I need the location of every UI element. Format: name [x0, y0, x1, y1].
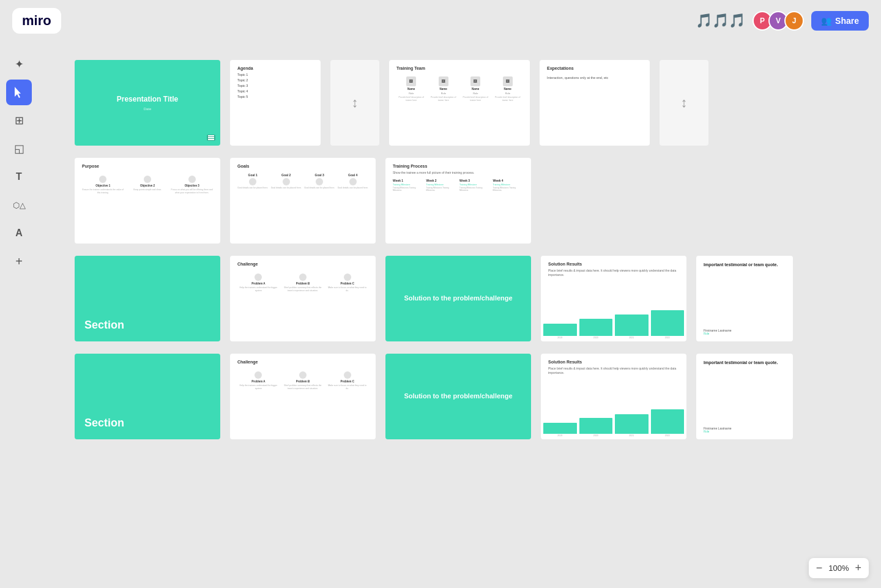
agenda-item-4: Topic 4 — [237, 89, 313, 93]
slide-testimonial-1[interactable]: Important testimonial or team quote. Fir… — [696, 256, 793, 341]
objective-3: Objective 3 Focus on what you will be of… — [171, 176, 213, 194]
team-avatar-2: 🖼 — [439, 76, 448, 86]
testimonial-2-role: Role — [704, 430, 786, 433]
bar2-2022: 2022 — [651, 409, 685, 437]
section-1-text: Section — [84, 319, 124, 332]
bar2-2020: 2020 — [579, 418, 613, 437]
svg-rect-1 — [208, 137, 214, 138]
goals-title: Goals — [237, 164, 368, 168]
sidebar-item-ai[interactable]: ✦ — [6, 51, 32, 77]
solution-2-text: Solution to the problem/challenge — [404, 392, 512, 401]
slide-training-team[interactable]: Training Team 🖼 Name Role Provide brief … — [389, 60, 530, 146]
prob-circle-c1 — [344, 274, 351, 281]
slide-challenge-1[interactable]: Challenge Problem A Help the trainees un… — [230, 256, 376, 341]
slide-goals[interactable]: Goals Goal 1 Goal details can be placed … — [230, 158, 376, 244]
slide-expectations[interactable]: Expectations Interaction, questions only… — [540, 60, 650, 146]
obj-circle-2 — [144, 176, 151, 183]
bar-2019-bar — [543, 324, 577, 336]
goal-4: Goal 4 Goal details can be placed here. — [338, 173, 369, 189]
slide-solution-1[interactable]: Solution to the problem/challenge — [385, 256, 531, 341]
svg-rect-0 — [208, 135, 214, 136]
avatar-3: J — [784, 11, 804, 31]
team-member-1: 🖼 Name Role Provide brief description of… — [396, 76, 426, 102]
goal-circle-3 — [316, 178, 323, 185]
header: miro 🎵🎵🎵 P V J 👥 Share — [0, 0, 881, 42]
team-member-4: 🖼 Name Role Provide brief description of… — [493, 76, 523, 102]
bar-2021-bar — [615, 314, 649, 336]
challenge-2-title: Challenge — [237, 360, 368, 364]
slide-results-1[interactable]: Solution Results Place brief results & i… — [541, 256, 686, 341]
slide-training-process[interactable]: Training Process Show the trainee a more… — [385, 158, 531, 244]
agenda-item-5: Topic 5 — [237, 95, 313, 99]
canvas: Presentation Title Date Agenda Topic 1 T… — [38, 42, 881, 588]
week-2: Week 2 Training Milestone Training Miles… — [426, 179, 458, 192]
process-title: Training Process — [393, 164, 524, 168]
bar2-2022-bar — [651, 409, 685, 434]
problem-a-1: Problem A Help the trainees understand t… — [237, 274, 280, 292]
slide-testimonial-2[interactable]: Important testimonial or team quote. Fir… — [696, 354, 793, 439]
agenda-item-2: Topic 2 — [237, 78, 313, 82]
bar2-2021-bar — [615, 414, 649, 434]
problem-a-2: Problem A Help the trainees understand t… — [237, 371, 280, 390]
challenge-1-title: Challenge — [237, 262, 368, 266]
agenda-title: Agenda — [237, 66, 313, 70]
slide-challenge-2[interactable]: Challenge Problem A Help the trainees un… — [230, 354, 376, 439]
bar-chart-2: 2019 2020 2021 2022 — [541, 415, 686, 439]
logo: miro — [12, 8, 61, 34]
slide-results-2[interactable]: Solution Results Place brief results & i… — [541, 354, 686, 439]
section-2-text: Section — [84, 417, 124, 430]
process-subtitle: Show the trainee a more full picture of … — [393, 171, 524, 175]
sidebar-item-add[interactable]: + — [6, 248, 32, 274]
sidebar-item-sticky[interactable]: ◱ — [6, 136, 32, 162]
bar-2020: 2020 — [579, 319, 613, 339]
team-member-3: 🖼 Name Role Provide brief description of… — [461, 76, 491, 102]
objective-2: Objective 2 Keep points simple and clear… — [127, 176, 169, 194]
header-right: 🎵🎵🎵 P V J 👥 Share — [696, 11, 869, 31]
slide-section-2[interactable]: Section — [75, 354, 220, 439]
goals-row: Goal 1 Goal details can be placed here. … — [237, 173, 368, 189]
bar-2022: 2022 — [651, 310, 685, 339]
slide-arrow-1: ↕ — [330, 60, 379, 146]
sidebar: ✦ ⊞ ◱ T ⬡△ A + — [0, 42, 38, 588]
results-1-title: Solution Results — [548, 262, 679, 266]
testimonial-2-quote: Important testimonial or team quote. — [704, 360, 786, 366]
slide-section-1[interactable]: Section — [75, 256, 220, 341]
training-team-title: Training Team — [396, 66, 522, 70]
share-button[interactable]: 👥 Share — [811, 11, 869, 31]
slide-presentation-title[interactable]: Presentation Title Date — [75, 60, 220, 146]
slides-row-4: Section Challenge Problem A Help the tra… — [75, 354, 844, 439]
avatars: P V J — [753, 11, 804, 31]
zoom-in-button[interactable]: + — [855, 562, 861, 575]
goal-circle-4 — [349, 178, 357, 185]
objectives: Objective 1 Ensure the trainee understan… — [82, 176, 213, 194]
zoom-out-button[interactable]: − — [816, 562, 823, 575]
solution-1-text: Solution to the problem/challenge — [404, 294, 512, 303]
problem-c-2: Problem C Make sure to focus on what the… — [326, 371, 368, 390]
zoom-bar: − 100% + — [809, 558, 869, 578]
obj-circle-3 — [188, 176, 196, 183]
svg-rect-2 — [208, 139, 214, 140]
results-2-title: Solution Results — [548, 360, 679, 364]
testimonial-1-quote: Important testimonial or team quote. — [704, 262, 786, 268]
sidebar-item-select[interactable] — [6, 80, 32, 105]
prob-circle-c2 — [344, 371, 351, 379]
obj-circle-1 — [99, 176, 106, 183]
slide-icon — [207, 135, 215, 141]
bar-2019: 2019 — [543, 324, 577, 339]
slide-solution-2[interactable]: Solution to the problem/challenge — [385, 354, 531, 439]
bar2-2019: 2019 — [543, 423, 577, 437]
slide-purpose[interactable]: Purpose Objective 1 Ensure the trainee u… — [75, 158, 220, 244]
slides-row-2: Purpose Objective 1 Ensure the trainee u… — [75, 158, 844, 244]
arrow-icon-1: ↕ — [352, 95, 359, 111]
music-icon: 🎵🎵🎵 — [696, 13, 745, 29]
team-member-2: 🖼 Name Role Provide brief description of… — [429, 76, 459, 102]
expectations-text: Interaction, questions only at the end, … — [547, 75, 642, 80]
expectations-title: Expectations — [547, 66, 642, 70]
sidebar-item-pen[interactable]: A — [6, 220, 32, 246]
arrow-icon-2: ↕ — [681, 95, 688, 111]
slide-agenda[interactable]: Agenda Topic 1 Topic 2 Topic 3 Topic 4 T… — [230, 60, 321, 146]
sidebar-item-text[interactable]: T — [6, 164, 32, 190]
sidebar-item-table[interactable]: ⊞ — [6, 108, 32, 133]
prob-circle-a2 — [255, 371, 262, 379]
sidebar-item-shapes[interactable]: ⬡△ — [6, 192, 32, 218]
